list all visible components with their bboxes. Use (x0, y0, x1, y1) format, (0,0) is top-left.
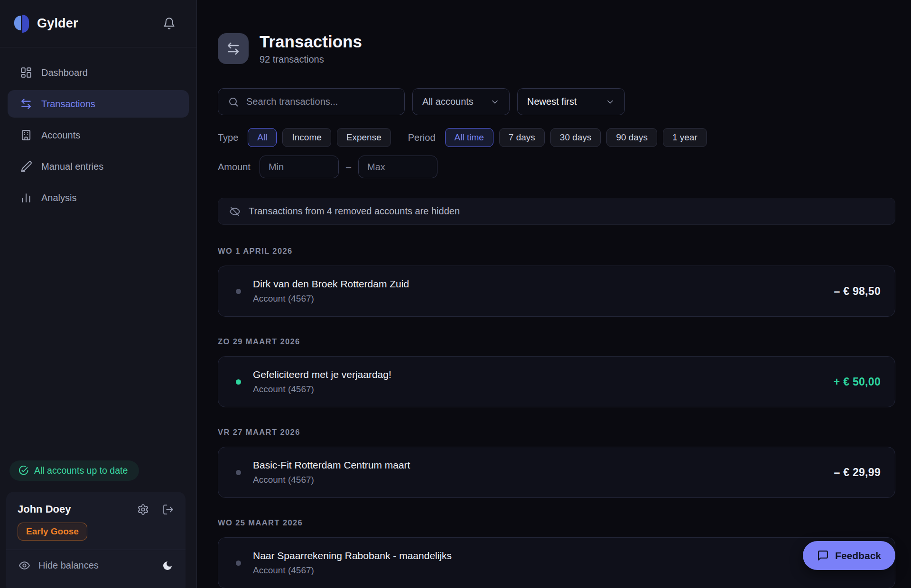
swap-arrows-icon (218, 33, 249, 64)
transaction-amount: – € 29,99 (834, 466, 881, 479)
logo-right-half (22, 15, 29, 33)
page-header: Transactions 92 transactions (218, 32, 895, 65)
sidebar-nav: Dashboard Transactions Accounts (0, 47, 196, 227)
transaction-account: Account (4567) (253, 475, 410, 485)
transaction-account: Account (4567) (253, 294, 409, 304)
range-separator: – (346, 162, 351, 173)
chevron-down-icon (605, 97, 615, 107)
sidebar-footer: All accounts up to date John Doey (6, 460, 186, 588)
transaction-status-dot (236, 289, 241, 294)
sort-value: Newest first (527, 96, 576, 107)
moon-icon[interactable] (162, 560, 173, 571)
page-subtitle: 92 transactions (260, 54, 362, 65)
hidden-accounts-notice: Transactions from 4 removed accounts are… (218, 198, 895, 225)
amount-filter-label: Amount (218, 162, 251, 173)
amount-min-field (260, 156, 339, 178)
type-filter-label: Type (218, 132, 238, 143)
type-filter-expense[interactable]: Expense (337, 128, 391, 147)
accounts-status-text: All accounts up to date (34, 465, 128, 476)
bell-icon[interactable] (163, 17, 176, 30)
type-filter-all[interactable]: All (248, 128, 277, 147)
sidebar-item-label: Transactions (41, 99, 95, 110)
transaction-card[interactable]: Dirk van den Broek Rotterdam Zuid Accoun… (218, 266, 895, 317)
check-circle-icon (18, 465, 29, 476)
type-period-filters: Type All Income Expense Period All time … (218, 128, 895, 147)
hide-balances-toggle[interactable]: Hide balances (18, 550, 174, 571)
sidebar-item-transactions[interactable]: Transactions (8, 90, 189, 118)
user-card: John Doey Early Goose (6, 492, 186, 588)
sidebar-item-label: Accounts (41, 130, 80, 141)
transaction-title: Dirk van den Broek Rotterdam Zuid (253, 278, 409, 290)
amount-min-input[interactable] (269, 162, 330, 173)
feedback-label: Feedback (835, 550, 881, 561)
transaction-title: Basic-Fit Rotterdam Centrum maart (253, 459, 410, 471)
group-date: ZO 29 MAART 2026 (218, 337, 895, 346)
sidebar-item-label: Dashboard (41, 67, 88, 78)
transaction-card[interactable]: Naar Spaarrekening Rabobank - maandelijk… (218, 537, 895, 588)
type-filter-income[interactable]: Income (282, 128, 331, 147)
transaction-group: VR 27 MAART 2026 Basic-Fit Rotterdam Cen… (218, 428, 895, 498)
feedback-button[interactable]: Feedback (803, 541, 895, 570)
manual-entries-icon (20, 160, 32, 173)
period-filter-1-year[interactable]: 1 year (663, 128, 707, 147)
sidebar-item-manual-entries[interactable]: Manual entries (8, 153, 189, 180)
search-box (218, 88, 405, 115)
analysis-icon (20, 192, 32, 204)
transaction-group: WO 25 MAART 2026 Naar Spaarrekening Rabo… (218, 518, 895, 588)
period-filter-all-time[interactable]: All time (445, 128, 493, 147)
amount-filter: Amount – (218, 156, 895, 178)
accounts-status-badge: All accounts up to date (9, 460, 139, 481)
sidebar: Gylder Dashboard Transactions (0, 0, 197, 588)
gear-icon[interactable] (137, 504, 149, 515)
transaction-status-dot (236, 379, 241, 385)
transactions-icon (20, 98, 32, 110)
logo-left-half (14, 16, 21, 30)
transaction-card[interactable]: Gefeliciteerd met je verjaardag! Account… (218, 356, 895, 407)
message-icon (817, 550, 829, 561)
hide-balances-label: Hide balances (38, 560, 99, 571)
sort-dropdown[interactable]: Newest first (517, 88, 625, 115)
group-date: WO 1 APRIL 2026 (218, 247, 895, 256)
transaction-status-dot (236, 560, 241, 566)
transaction-group: WO 1 APRIL 2026 Dirk van den Broek Rotte… (218, 247, 895, 317)
amount-max-field (358, 156, 437, 178)
period-filter-30-days[interactable]: 30 days (550, 128, 601, 147)
accounts-icon (20, 129, 32, 141)
logout-icon[interactable] (162, 504, 174, 515)
eye-off-icon (229, 206, 241, 217)
toolbar: All accounts Newest first (218, 88, 895, 115)
transaction-amount: – € 98,50 (834, 285, 881, 298)
notice-text: Transactions from 4 removed accounts are… (249, 206, 460, 217)
brand-name: Gylder (37, 16, 78, 31)
transaction-status-dot (236, 470, 241, 475)
group-date: VR 27 MAART 2026 (218, 428, 895, 437)
period-filter-label: Period (408, 132, 436, 143)
dashboard-icon (20, 66, 32, 79)
group-date: WO 25 MAART 2026 (218, 518, 895, 527)
gylder-logo-icon (14, 14, 29, 33)
sidebar-item-accounts[interactable]: Accounts (8, 121, 189, 149)
plan-badge: Early Goose (18, 523, 87, 541)
search-icon (228, 96, 239, 108)
transaction-account: Account (4567) (253, 384, 391, 395)
transaction-card[interactable]: Basic-Fit Rotterdam Centrum maart Accoun… (218, 447, 895, 498)
main-content: Transactions 92 transactions All account… (197, 0, 911, 588)
search-input[interactable] (246, 96, 396, 107)
sidebar-item-analysis[interactable]: Analysis (8, 184, 189, 211)
page-title: Transactions (260, 32, 362, 51)
amount-max-input[interactable] (367, 162, 428, 173)
period-filter-7-days[interactable]: 7 days (499, 128, 545, 147)
user-name: John Doey (18, 503, 71, 515)
transaction-amount: + € 50,00 (834, 376, 881, 388)
sidebar-item-label: Manual entries (41, 161, 103, 172)
sidebar-item-label: Analysis (41, 193, 76, 203)
eye-icon (19, 560, 30, 571)
transaction-title: Gefeliciteerd met je verjaardag! (253, 369, 391, 380)
transaction-group: ZO 29 MAART 2026 Gefeliciteerd met je ve… (218, 337, 895, 407)
accounts-filter-value: All accounts (422, 96, 474, 107)
period-filter-90-days[interactable]: 90 days (606, 128, 657, 147)
accounts-filter-dropdown[interactable]: All accounts (412, 88, 510, 115)
sidebar-item-dashboard[interactable]: Dashboard (8, 59, 189, 86)
transaction-account: Account (4567) (253, 565, 452, 576)
chevron-down-icon (490, 97, 500, 107)
